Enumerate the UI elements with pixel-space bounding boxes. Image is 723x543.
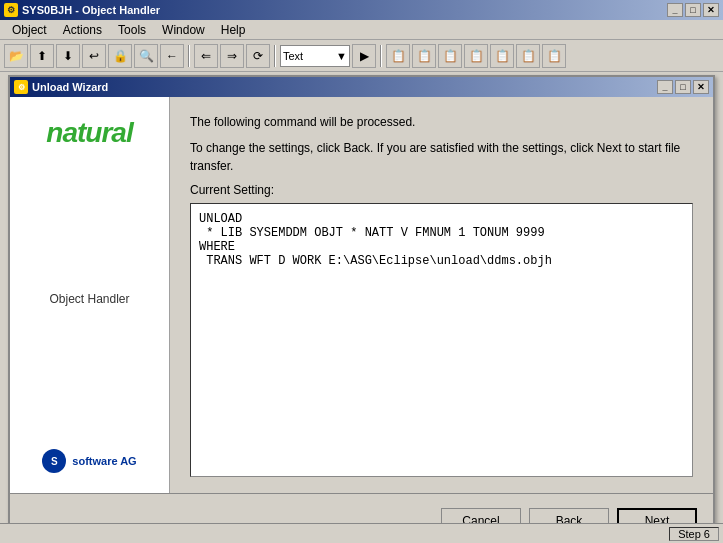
toolbar-btn-3[interactable]: ⬇ (56, 44, 80, 68)
window-title: SYS0BJH - Object Handler (22, 4, 160, 16)
toolbar-btn-6[interactable]: 🔍 (134, 44, 158, 68)
menu-bar: Object Actions Tools Window Help (0, 20, 723, 40)
toolbar-btn-10[interactable]: ⟳ (246, 44, 270, 68)
toolbar-btn-2[interactable]: ⬆ (30, 44, 54, 68)
menu-help[interactable]: Help (213, 21, 254, 39)
toolbar-btn-11[interactable]: 📋 (386, 44, 410, 68)
menu-actions[interactable]: Actions (55, 21, 110, 39)
close-button[interactable]: ✕ (703, 3, 719, 17)
object-handler-label: Object Handler (49, 292, 129, 306)
wizard-body: natural Object Handler S software AG The… (10, 97, 713, 493)
toolbar-btn-7[interactable]: ← (160, 44, 184, 68)
text-dropdown[interactable]: Text ▼ (280, 45, 350, 67)
toolbar-sep-2 (274, 45, 276, 67)
toolbar-btn-17[interactable]: 📋 (542, 44, 566, 68)
toolbar-sep-1 (188, 45, 190, 67)
toolbar-btn-12[interactable]: 📋 (412, 44, 436, 68)
current-setting-label: Current Setting: (190, 183, 693, 197)
toolbar-btn-5[interactable]: 🔒 (108, 44, 132, 68)
toolbar-btn-13[interactable]: 📋 (438, 44, 462, 68)
wizard-title: Unload Wizard (32, 81, 108, 93)
app-icon: ⚙ (4, 3, 18, 17)
command-text-box: UNLOAD * LIB SYSEMDDM OBJT * NATT V FMNU… (190, 203, 693, 477)
wizard-minimize-button[interactable]: _ (657, 80, 673, 94)
toolbar: 📂 ⬆ ⬇ ↩ 🔒 🔍 ← ⇐ ⇒ ⟳ Text ▼ ▶ 📋 📋 📋 📋 📋 📋… (0, 40, 723, 72)
toolbar-btn-14[interactable]: 📋 (464, 44, 488, 68)
minimize-button[interactable]: _ (667, 3, 683, 17)
software-ag-logo: S software AG (42, 449, 136, 473)
toolbar-btn-1[interactable]: 📂 (4, 44, 28, 68)
toolbar-btn-8[interactable]: ⇐ (194, 44, 218, 68)
wizard-right-panel: The following command will be processed.… (170, 97, 713, 493)
wizard-title-bar: ⚙ Unload Wizard _ □ ✕ (10, 77, 713, 97)
wizard-window: ⚙ Unload Wizard _ □ ✕ natural Object Han… (8, 75, 715, 530)
wizard-left-panel: natural Object Handler S software AG (10, 97, 170, 493)
title-bar: ⚙ SYS0BJH - Object Handler _ □ ✕ (0, 0, 723, 20)
step-indicator: Step 6 (669, 527, 719, 541)
toolbar-btn-go[interactable]: ▶ (352, 44, 376, 68)
wizard-maximize-button[interactable]: □ (675, 80, 691, 94)
menu-window[interactable]: Window (154, 21, 213, 39)
natural-logo: natural (46, 117, 132, 149)
maximize-button[interactable]: □ (685, 3, 701, 17)
sag-text: software AG (72, 455, 136, 467)
wizard-close-button[interactable]: ✕ (693, 80, 709, 94)
toolbar-sep-3 (380, 45, 382, 67)
toolbar-btn-16[interactable]: 📋 (516, 44, 540, 68)
toolbar-btn-9[interactable]: ⇒ (220, 44, 244, 68)
description-line2: To change the settings, click Back. If y… (190, 139, 693, 175)
menu-object[interactable]: Object (4, 21, 55, 39)
menu-tools[interactable]: Tools (110, 21, 154, 39)
status-bar: Step 6 (0, 523, 723, 543)
description-line1: The following command will be processed. (190, 113, 693, 131)
toolbar-btn-4[interactable]: ↩ (82, 44, 106, 68)
toolbar-btn-15[interactable]: 📋 (490, 44, 514, 68)
wizard-icon: ⚙ (14, 80, 28, 94)
sag-icon: S (42, 449, 66, 473)
